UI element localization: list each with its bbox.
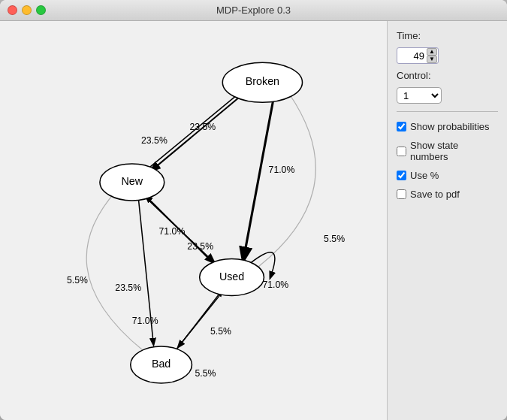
use-percent-label[interactable]: Use % bbox=[410, 170, 439, 181]
show-state-numbers-label[interactable]: Show state numbers bbox=[410, 140, 498, 162]
edge-label: 23.5% bbox=[141, 135, 167, 146]
edge-label: 71.0% bbox=[262, 279, 288, 290]
svg-text:Broken: Broken bbox=[246, 75, 279, 87]
control-label: Control: bbox=[397, 70, 431, 81]
svg-text:New: New bbox=[122, 175, 143, 187]
mdp-graph: 23.5% 23.5% 71.0% 71.0% 23.5% 5.5% 5.5% … bbox=[0, 21, 387, 420]
minimize-button[interactable] bbox=[22, 5, 32, 15]
svg-line-6 bbox=[177, 289, 222, 349]
titlebar: MDP-Explore 0.3 bbox=[0, 0, 507, 21]
save-to-pdf-label[interactable]: Save to pdf bbox=[410, 189, 460, 200]
show-state-numbers-checkbox[interactable] bbox=[397, 147, 406, 156]
window-title: MDP-Explore 0.3 bbox=[8, 5, 499, 16]
spin-up[interactable]: ▲ bbox=[427, 48, 437, 56]
spin-down[interactable]: ▼ bbox=[427, 56, 437, 63]
edge-label: 5.5% bbox=[210, 326, 231, 337]
spin-arrows: ▲ ▼ bbox=[427, 48, 437, 63]
edge-label: 71.0% bbox=[132, 316, 158, 326]
show-probabilities-label[interactable]: Show probabilities bbox=[410, 121, 490, 132]
save-to-pdf-checkbox[interactable] bbox=[397, 189, 406, 199]
use-percent-row: Use % bbox=[397, 170, 498, 181]
control-select[interactable]: 1 2 3 bbox=[397, 87, 442, 104]
show-probabilities-checkbox[interactable] bbox=[397, 122, 406, 131]
edge-label: 71.0% bbox=[269, 165, 295, 175]
svg-text:Used: Used bbox=[219, 270, 244, 283]
app-window: MDP-Explore 0.3 bbox=[0, 0, 507, 420]
edge-label: 23.5% bbox=[115, 283, 141, 293]
svg-line-2 bbox=[243, 96, 274, 261]
edge-label: 23.5% bbox=[187, 241, 213, 252]
edge-label: 5.5% bbox=[67, 275, 88, 286]
main-content: 23.5% 23.5% 71.0% 71.0% 23.5% 5.5% 5.5% … bbox=[0, 21, 507, 420]
control-select-row: 1 2 3 bbox=[397, 87, 498, 104]
time-input-row: 49 ▲ ▼ bbox=[397, 47, 498, 64]
node-used: Used bbox=[200, 259, 264, 296]
sidebar: Time: 49 ▲ ▼ Control: 1 2 3 bbox=[387, 21, 507, 420]
edge-label: 23.5% bbox=[189, 122, 216, 132]
time-row: Time: bbox=[397, 30, 498, 41]
time-spinbox[interactable]: 49 ▲ ▼ bbox=[397, 47, 439, 64]
control-label-row: Control: bbox=[397, 70, 498, 81]
close-button[interactable] bbox=[8, 5, 17, 15]
show-prob-row: Show probabilities bbox=[397, 121, 498, 132]
edge-label: 5.5% bbox=[195, 368, 216, 379]
node-new: New bbox=[100, 164, 164, 201]
node-broken: Broken bbox=[222, 62, 302, 102]
save-pdf-row: Save to pdf bbox=[397, 189, 498, 200]
use-percent-checkbox[interactable] bbox=[397, 171, 406, 180]
svg-line-0 bbox=[151, 94, 243, 171]
traffic-lights bbox=[8, 5, 46, 15]
divider bbox=[397, 111, 498, 112]
edge-label: 5.5% bbox=[324, 234, 345, 244]
node-bad: Bad bbox=[131, 346, 192, 383]
edge-label: 71.0% bbox=[159, 226, 186, 237]
svg-text:Bad: Bad bbox=[152, 358, 171, 370]
graph-area: 23.5% 23.5% 71.0% 71.0% 23.5% 5.5% 5.5% … bbox=[0, 21, 387, 420]
time-label: Time: bbox=[397, 30, 421, 41]
show-state-row: Show state numbers bbox=[397, 140, 498, 162]
maximize-button[interactable] bbox=[36, 5, 46, 15]
